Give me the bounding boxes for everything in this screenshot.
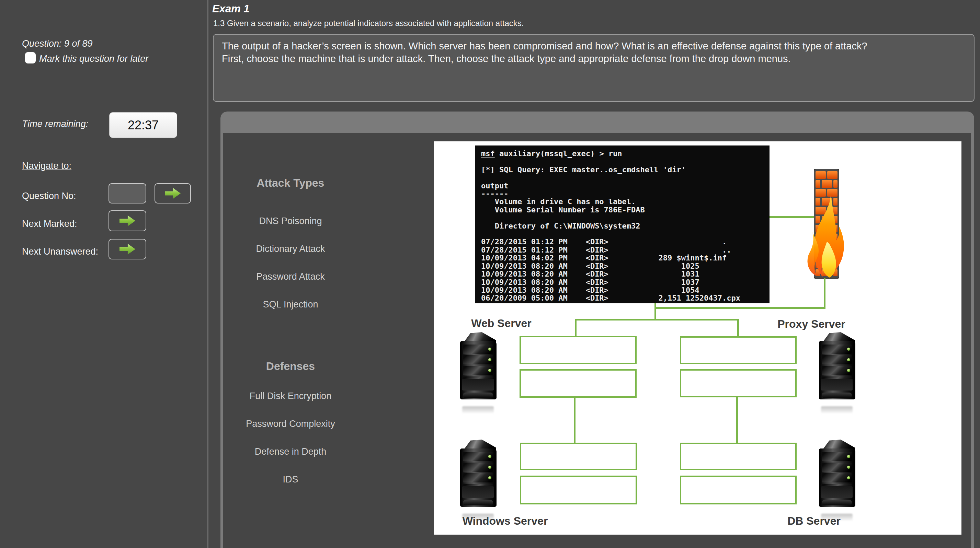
flame-icon bbox=[804, 195, 852, 289]
dropzone-db-attack[interactable] bbox=[680, 443, 797, 470]
dropzone-proxy-defense[interactable] bbox=[680, 369, 797, 397]
time-remaining-value: 22:37 bbox=[109, 112, 177, 138]
next-marked-label: Next Marked: bbox=[22, 219, 77, 229]
question-no-label: Question No: bbox=[22, 191, 76, 202]
label-web-server: Web Server bbox=[464, 317, 539, 330]
server-icon-db[interactable] bbox=[819, 440, 855, 512]
next-unanswered-button[interactable] bbox=[108, 239, 146, 259]
defense-option[interactable]: Full Disk Encryption bbox=[222, 382, 359, 410]
attack-type-option[interactable]: Password Attack bbox=[222, 263, 359, 291]
label-proxy-server: Proxy Server bbox=[772, 318, 851, 330]
mark-question-label: Mark this question for later bbox=[39, 54, 148, 64]
defenses-list: Full Disk EncryptionPassword ComplexityD… bbox=[222, 382, 359, 494]
next-unanswered-label: Next Unanswered: bbox=[22, 246, 98, 257]
dropzone-db-defense[interactable] bbox=[680, 476, 797, 504]
server-icon-windows[interactable] bbox=[460, 440, 496, 512]
next-marked-button[interactable] bbox=[108, 210, 146, 231]
label-windows-server: Windows Server bbox=[453, 515, 557, 527]
terminal-screenshot: msf auxiliary(mssql_exec) > run [*] SQL … bbox=[475, 146, 770, 303]
attack-type-option[interactable]: Dictionary Attack bbox=[222, 235, 359, 263]
defense-option[interactable]: IDS bbox=[222, 465, 359, 494]
exam-title: Exam 1 bbox=[212, 3, 250, 15]
exam-objective: 1.3 Given a scenario, analyze potential … bbox=[213, 19, 524, 28]
dropzone-web-attack[interactable] bbox=[520, 336, 636, 364]
question-progress: Question: 9 of 89 bbox=[22, 38, 93, 49]
terminal-text: msf auxiliary(mssql_exec) > run [*] SQL … bbox=[475, 146, 770, 302]
panel-header-bar bbox=[220, 111, 974, 133]
dropzone-web-defense[interactable] bbox=[520, 369, 636, 398]
defense-option[interactable]: Password Complexity bbox=[222, 410, 359, 438]
attack-type-option[interactable]: SQL Injection bbox=[222, 291, 359, 318]
line-terminal-trunk bbox=[654, 303, 656, 321]
line-firewall-horizontal bbox=[655, 307, 826, 309]
attack-types-title: Attack Types bbox=[222, 177, 359, 189]
time-remaining-label: Time remaining: bbox=[22, 119, 88, 129]
attack-types-list: DNS PoisoningDictionary AttackPassword A… bbox=[222, 207, 359, 318]
dropzone-proxy-attack[interactable] bbox=[680, 336, 797, 364]
defenses-title: Defenses bbox=[222, 360, 359, 373]
server-icon-proxy[interactable] bbox=[819, 332, 855, 405]
green-arrow-icon bbox=[119, 243, 135, 255]
sidebar-divider bbox=[207, 0, 208, 548]
line-terminal-firewall bbox=[770, 216, 814, 218]
line-branch-bar bbox=[575, 319, 739, 321]
mark-question-checkbox[interactable] bbox=[25, 52, 36, 64]
attack-type-option[interactable]: DNS Poisoning bbox=[222, 207, 359, 235]
line-mid-left bbox=[574, 397, 576, 443]
dropzone-windows-attack[interactable] bbox=[520, 443, 637, 470]
label-db-server: DB Server bbox=[775, 515, 853, 527]
question-no-input[interactable] bbox=[108, 183, 146, 203]
go-to-question-button[interactable] bbox=[154, 183, 191, 203]
green-arrow-icon bbox=[165, 188, 181, 199]
network-diagram: msf auxiliary(mssql_exec) > run [*] SQL … bbox=[434, 141, 961, 535]
line-mid-right bbox=[736, 397, 738, 443]
line-drop-right bbox=[737, 319, 739, 337]
navigate-to-link[interactable]: Navigate to: bbox=[22, 160, 72, 171]
line-drop-left bbox=[575, 319, 576, 337]
green-arrow-icon bbox=[119, 215, 135, 227]
line-firewall-down bbox=[824, 278, 826, 309]
server-icon-web[interactable] bbox=[460, 332, 496, 405]
question-text: The output of a hacker’s screen is shown… bbox=[213, 34, 975, 102]
dropzone-windows-defense[interactable] bbox=[520, 476, 637, 504]
defense-option[interactable]: Defense in Depth bbox=[222, 438, 359, 465]
